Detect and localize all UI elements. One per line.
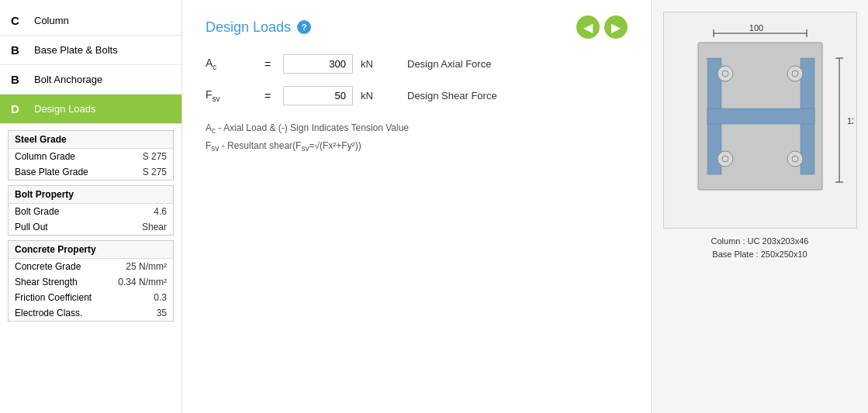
prop-label: Concrete Grade xyxy=(15,261,81,272)
properties-panel: Steel Grade Column GradeS 275Base Plate … xyxy=(0,124,182,322)
prop-value: Shear xyxy=(142,222,167,232)
prop-value: S 275 xyxy=(143,151,167,162)
shear-description: Design Shear Force xyxy=(407,90,497,102)
prop-row: Column GradeS 275 xyxy=(9,149,173,164)
sidebar-item-label: Column xyxy=(34,15,69,26)
prop-row: Shear Strength0.34 N/mm² xyxy=(9,274,173,290)
prop-value: 4.6 xyxy=(154,206,167,217)
concrete-property-title: Concrete Property xyxy=(9,241,173,259)
design-loads-label: Design Loads xyxy=(206,19,291,36)
axial-label: Ac xyxy=(206,57,252,71)
bolt-property-section: Bolt Property Bolt Grade4.6Pull OutShear xyxy=(8,185,174,236)
next-button[interactable]: ▶ xyxy=(604,15,628,39)
sidebar-item-label: Bolt Anchorage xyxy=(34,74,102,85)
shear-equals: = xyxy=(260,90,275,102)
concrete-property-section: Concrete Property Concrete Grade25 N/mm²… xyxy=(8,240,174,322)
prop-value: 0.3 xyxy=(154,292,167,303)
sidebar-item-label: Base Plate & Bolts xyxy=(34,44,118,56)
prop-label: Base Plate Grade xyxy=(15,167,88,177)
svg-point-16 xyxy=(718,151,733,167)
prop-value: 25 N/mm² xyxy=(126,261,167,272)
help-icon[interactable]: ? xyxy=(297,20,311,34)
notes-section: Ac - Axial Load & (-) Sign Indicates Ten… xyxy=(206,121,628,156)
svg-rect-11 xyxy=(707,108,814,124)
shear-force-input[interactable] xyxy=(283,86,353,105)
svg-point-12 xyxy=(718,66,733,81)
prop-label: Shear Strength xyxy=(15,277,78,287)
svg-text:100: 100 xyxy=(749,23,763,33)
prop-label: Column Grade xyxy=(15,151,75,162)
prop-label: Electrode Class. xyxy=(15,308,82,318)
prop-row: Base Plate GradeS 275 xyxy=(9,164,173,180)
prop-label: Friction Coefficient xyxy=(15,292,92,303)
prop-row: Concrete Grade25 N/mm² xyxy=(9,259,173,274)
shear-label: Fsv xyxy=(206,88,252,103)
note-2: Fsv - Resultant shear(Fsv=√(Fx²+Fy²)) xyxy=(206,139,628,155)
sidebar: C Column B Base Plate & Bolts B Bolt Anc… xyxy=(0,0,182,413)
sidebar-item-label: Design Loads xyxy=(34,103,96,115)
nav-buttons: ◀ ▶ xyxy=(576,15,628,39)
prop-value: S 275 xyxy=(143,167,167,177)
prop-row: Friction Coefficient0.3 xyxy=(9,290,173,305)
sidebar-item-letter: D xyxy=(11,102,28,115)
svg-text:125: 125 xyxy=(847,116,853,126)
prop-row: Pull OutShear xyxy=(9,219,173,235)
plate-info: Base Plate : 250x250x10 xyxy=(711,248,809,261)
steel-grade-section: Steel Grade Column GradeS 275Base Plate … xyxy=(8,130,174,181)
note-1: Ac - Axial Load & (-) Sign Indicates Ten… xyxy=(206,121,628,137)
sidebar-item-letter: B xyxy=(11,73,28,86)
sidebar-item-bolt-anchorage[interactable]: B Bolt Anchorage xyxy=(0,65,182,95)
sidebar-item-base-plate-bolts[interactable]: B Base Plate & Bolts xyxy=(0,36,182,65)
sidebar-item-design-loads[interactable]: D Design Loads xyxy=(0,95,182,124)
column-info: Column : UC 203x203x46 xyxy=(711,235,809,248)
prop-value: 0.34 N/mm² xyxy=(118,277,167,287)
diagram-info: Column : UC 203x203x46 Base Plate : 250x… xyxy=(711,235,809,260)
prop-label: Pull Out xyxy=(15,222,48,232)
design-loads-header: Design Loads ? ◀ ▶ xyxy=(206,15,628,39)
axial-equals: = xyxy=(260,58,275,71)
sidebar-item-letter: B xyxy=(11,43,28,57)
axial-unit: kN xyxy=(361,58,392,70)
design-loads-title: Design Loads ? xyxy=(206,19,311,36)
svg-point-18 xyxy=(787,151,803,167)
sidebar-item-column[interactable]: C Column xyxy=(0,6,182,36)
diagram-panel: 100 125 xyxy=(651,0,868,413)
prop-value: 35 xyxy=(157,308,167,318)
axial-description: Design Axial Force xyxy=(407,58,491,70)
sidebar-item-letter: C xyxy=(11,14,28,27)
shear-unit: kN xyxy=(361,90,392,102)
prop-row: Bolt Grade4.6 xyxy=(9,204,173,219)
main-content: Design Loads ? ◀ ▶ Ac = kN Design Axial … xyxy=(182,0,651,413)
prop-row: Electrode Class.35 xyxy=(9,305,173,321)
prev-button[interactable]: ◀ xyxy=(576,15,600,39)
axial-force-input[interactable] xyxy=(283,54,353,74)
prop-label: Bolt Grade xyxy=(15,206,59,217)
diagram-svg: 100 125 xyxy=(667,19,853,221)
diagram-container: 100 125 xyxy=(663,12,857,229)
shear-force-row: Fsv = kN Design Shear Force xyxy=(206,86,628,105)
svg-point-14 xyxy=(787,66,803,81)
steel-grade-title: Steel Grade xyxy=(9,131,173,149)
axial-force-row: Ac = kN Design Axial Force xyxy=(206,54,628,74)
bolt-property-title: Bolt Property xyxy=(9,186,173,204)
